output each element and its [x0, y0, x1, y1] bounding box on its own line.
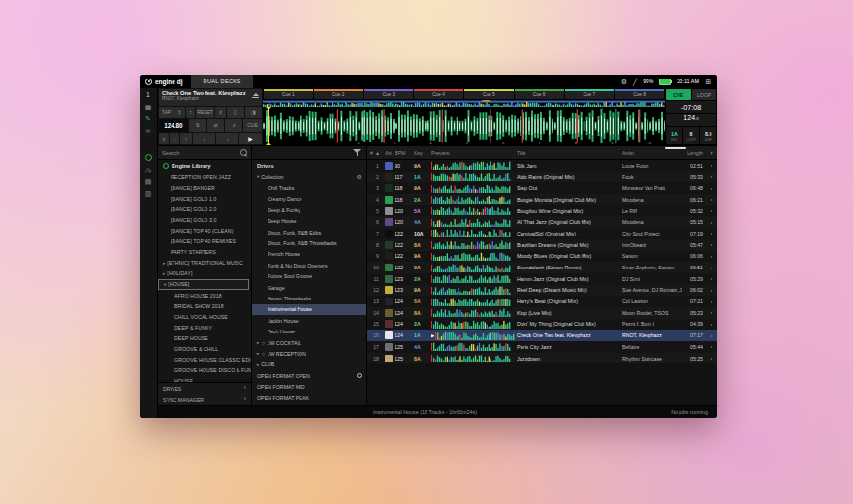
eject-icon[interactable] [252, 93, 259, 98]
column-title[interactable]: Title [517, 150, 622, 156]
cue-pad[interactable]: Cue 6 [515, 89, 564, 99]
track-preview[interactable] [431, 273, 517, 285]
track-preview[interactable] [431, 296, 517, 307]
drives-footer-row[interactable]: DRIVES ‹ [158, 382, 251, 394]
overview-waveform[interactable] [263, 100, 665, 107]
cue-pad[interactable]: Cue 8 [615, 89, 664, 99]
track-preview[interactable] [431, 160, 517, 172]
sidebar-item[interactable]: BRIDAL SHOW 2018 [158, 300, 251, 311]
loop-mode-icon[interactable]: ∞ [146, 127, 151, 134]
loop-mode-button[interactable]: LOOP [692, 89, 717, 100]
table-row[interactable]: 1909ASilk JamLouie Futon02:51● [367, 160, 717, 172]
beatjump-forward-button[interactable]: › [216, 133, 238, 144]
table-row[interactable]: 21171AAldo Rains (Original Mix)Fouk05:33… [367, 172, 717, 183]
drives-item[interactable]: Deep & Funky [252, 205, 366, 215]
column-extra[interactable]: # [706, 150, 717, 156]
pitch-bend-icon[interactable]: ⇅ [189, 119, 206, 131]
drives-item[interactable]: Garage [252, 282, 366, 293]
horizontal-scrollbar-thumb[interactable] [665, 147, 686, 149]
files-icon[interactable]: ▤ [145, 178, 152, 185]
sidebar-item[interactable]: [DANCE] BANGER [158, 182, 251, 193]
history-icon[interactable]: ◷ [145, 167, 151, 173]
drives-item[interactable]: ▸☆JW COCKTAIL [252, 337, 366, 348]
column-bpm[interactable]: BPM [395, 150, 414, 156]
table-row[interactable]: 61204AAll That Jazz (Original Club Mix)M… [367, 216, 717, 228]
sync-manager-row[interactable]: SYNC MANAGER › [158, 394, 251, 405]
track-preview[interactable] [431, 239, 517, 251]
sync-icon[interactable]: ⇄ [207, 119, 225, 131]
settings-gear-icon[interactable]: ⚙ [621, 79, 627, 85]
search-bar[interactable] [158, 146, 251, 160]
table-row[interactable]: 161241A▶Check One Two feat. KlevphazzRNO… [367, 330, 717, 341]
expand-icon[interactable]: › [244, 396, 246, 403]
track-preview[interactable] [431, 228, 517, 239]
table-row[interactable]: 171254AParis City JazzBellaire05:44● [367, 341, 717, 353]
tap-button[interactable]: TAP [159, 107, 174, 118]
drives-item[interactable]: House Throwbacks [252, 293, 366, 303]
column-number[interactable]: #▲ [367, 150, 382, 156]
sidebar-item[interactable]: RECEPTION OPEN JAZZ [158, 172, 251, 182]
sidebar-item[interactable]: [DANCE] GOLD 1.0 [158, 193, 251, 204]
main-waveform[interactable]: 2345678910 [263, 107, 665, 145]
filter-funnel-icon[interactable] [353, 149, 361, 156]
tree-arrow-icon[interactable]: ▸ [257, 340, 259, 345]
keylock-icon[interactable]: ♯ [215, 107, 226, 118]
hotcue-bank-a-icon[interactable]: ◫ [227, 107, 244, 118]
drives-item[interactable]: Jackin House [252, 315, 366, 326]
table-row[interactable]: 712210ACarnivalSól (Original Mix)City So… [367, 228, 717, 239]
cue-pad[interactable]: Cue 3 [364, 89, 414, 99]
table-row[interactable]: 131246AHarry's Beat (Original Mix)Col La… [367, 296, 717, 307]
track-preview[interactable] [431, 341, 517, 353]
table-row[interactable]: 111232AHamm Jazz (Original Club Mix)DJ S… [367, 273, 717, 285]
cue-pad[interactable]: Cue 1 [264, 89, 313, 99]
cue-button-small[interactable]: CUE [243, 119, 262, 131]
sidebar-item[interactable]: DEEP HOUSE [158, 332, 251, 343]
performance-pads-icon[interactable]: ▦ [145, 104, 152, 110]
drives-item[interactable]: Disco, Funk, R&B Throwbacks [252, 237, 366, 248]
sidebar-item[interactable]: GROOVE HOUSE CLASSIC EDITS [158, 355, 251, 365]
edit-grid-icon[interactable]: ✎ [145, 115, 151, 122]
sidebar-item[interactable]: DEEP & FUNKY [158, 322, 251, 332]
sidebar-item[interactable]: GROOVE & CHILL [158, 344, 251, 355]
column-artist[interactable]: Artist [622, 150, 682, 156]
tree-arrow-icon[interactable]: ▾ [164, 282, 166, 287]
drives-item[interactable]: Tech House [252, 326, 366, 336]
track-preview[interactable] [431, 353, 517, 364]
slip-icon[interactable]: ≡ [159, 133, 169, 144]
cue-pad[interactable]: Cue 4 [414, 89, 463, 99]
drives-icon[interactable]: ▥ [145, 190, 152, 197]
table-row[interactable]: 141248AKlop (Live Mix)Moon Rocket, TSOS0… [367, 307, 717, 319]
drives-item[interactable]: OPEN FORMAT MID [252, 381, 366, 392]
drives-item[interactable]: Chill Tracks [252, 182, 366, 193]
sidebar-item[interactable]: GROOVE HOUSE DISCO & FUNK [158, 365, 251, 376]
beatjump-size-icon[interactable]: ↕ [180, 133, 192, 144]
column-preview[interactable]: Preview [431, 150, 517, 156]
sidebar-item[interactable]: [DANCE] TOP 40 (CLEAN) [158, 225, 251, 236]
deck-bpm-display[interactable]: 124.80 [159, 119, 188, 131]
drives-item[interactable]: OPEN FORMAT OPEN [252, 370, 366, 381]
cue-pad[interactable]: Cue 2 [314, 89, 363, 99]
track-preview[interactable] [431, 182, 517, 194]
collapse-icon[interactable]: ‹ [244, 385, 246, 392]
drives-item[interactable]: ▸THROWBACKS [252, 403, 366, 405]
sidebar-item[interactable]: [DANCE] GOLD 3.0 [158, 214, 251, 225]
drives-item[interactable]: Creamy Dance [252, 194, 366, 205]
hotcue-bank-b-icon[interactable]: ◨ [245, 107, 263, 118]
table-row[interactable]: 91229AMoody Blues (Original Club Mix)Sai… [367, 251, 717, 263]
column-length[interactable]: Length [682, 150, 706, 156]
tree-arrow-icon[interactable]: ▸ [163, 261, 165, 266]
track-preview[interactable] [431, 307, 517, 319]
column-art[interactable]: Art [382, 150, 395, 156]
engine-library-header[interactable]: Engine Library [158, 160, 251, 172]
reset-button[interactable]: RESET [196, 107, 214, 118]
table-row[interactable]: 101229ASoundclash (Saison Remix)Dean Zep… [367, 262, 717, 273]
pitch-range-icon[interactable]: ↕ [186, 107, 195, 118]
tree-arrow-icon[interactable]: ▸ [257, 362, 259, 367]
quantize-icon[interactable]: ∷ [170, 133, 179, 144]
drives-item[interactable]: ▸☆JW RECEPTION [252, 348, 366, 359]
sidebar-item[interactable]: ▸[HOLIDAY] [158, 268, 251, 279]
table-row[interactable]: 181258AJazzdownRhythm Staircase05:25● [367, 353, 717, 364]
pitch-fader-icon[interactable]: ‡ [174, 107, 185, 118]
play-button[interactable]: ▶ [239, 133, 262, 144]
track-preview[interactable] [431, 205, 517, 217]
